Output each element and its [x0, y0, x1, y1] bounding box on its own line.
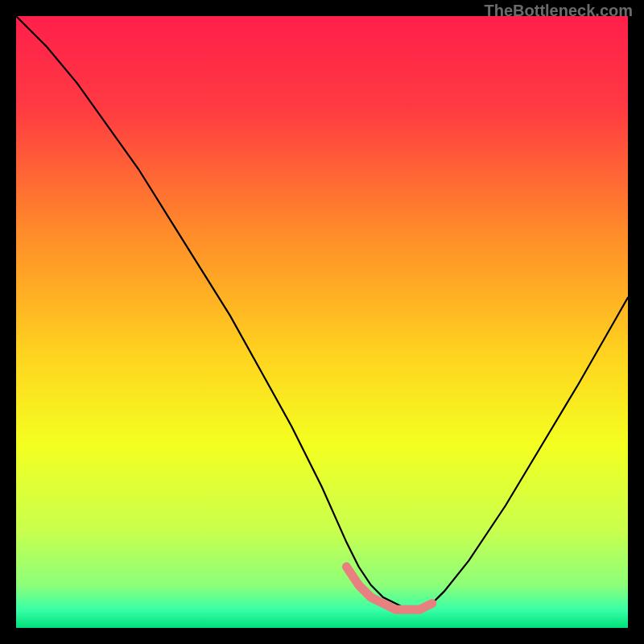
gradient-background [16, 16, 628, 628]
bottleneck-chart [16, 16, 628, 628]
attribution-text: TheBottleneck.com [485, 2, 633, 20]
chart-container: TheBottleneck.com [0, 0, 644, 644]
